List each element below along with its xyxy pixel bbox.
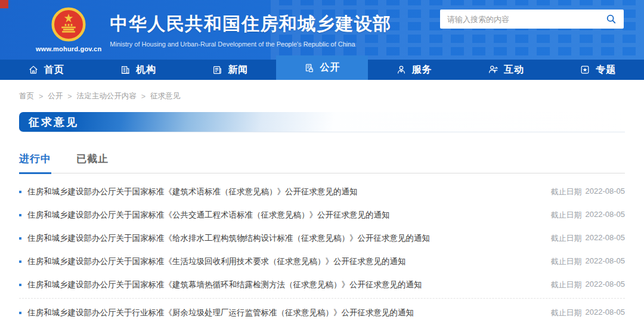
list-item[interactable]: 住房和城乡建设部办公厅关于行业标准《厨余垃圾处理厂运行监管标准（征求意见稿）》公…: [19, 301, 625, 324]
breadcrumb-separator: >: [67, 92, 72, 101]
list-item[interactable]: 住房和城乡建设部办公厅关于国家标准《建筑术语标准（征求意见稿）》公开征求意见的通…: [19, 180, 625, 203]
tab-closed[interactable]: 已截止: [76, 152, 109, 173]
deadline-date: 2022-08-05: [586, 280, 626, 290]
notice-title[interactable]: 住房和城乡建设部办公厅关于国家标准《给水排水工程构筑物结构设计标准（征求意见稿）…: [27, 233, 430, 244]
main-nav: 首页 机构 新闻 公开: [0, 60, 644, 80]
deadline-date: 2022-08-05: [586, 256, 626, 267]
site-logo[interactable]: www.mohurd.gov.cn: [36, 7, 101, 52]
bullet-icon: [19, 312, 21, 314]
notice-deadline: 截止日期 2022-08-05: [539, 256, 626, 267]
notice-title[interactable]: 住房和城乡建设部办公厅关于国家标准《公共交通工程术语标准（征求意见稿）》公开征求…: [27, 210, 390, 221]
deadline-date: 2022-08-05: [586, 308, 626, 318]
site-name-en: Ministry of Housing and Urban-Rural Deve…: [110, 41, 392, 48]
nav-item-services[interactable]: 服务: [368, 60, 460, 80]
organization-icon: [120, 64, 131, 75]
nav-label: 互动: [504, 64, 524, 76]
notice-deadline: 截止日期 2022-08-05: [539, 308, 626, 318]
interaction-icon: [488, 64, 499, 75]
corner-marker: [0, 0, 8, 8]
notice-deadline: 截止日期 2022-08-05: [539, 233, 626, 244]
nav-label: 新闻: [228, 64, 248, 76]
site-url: www.mohurd.gov.cn: [36, 45, 101, 52]
deadline-label: 截止日期: [551, 308, 582, 318]
nav-item-topics[interactable]: 专题: [552, 60, 644, 80]
notice-deadline: 截止日期 2022-08-05: [539, 187, 626, 197]
bullet-icon: [19, 260, 21, 263]
nav-label: 首页: [44, 64, 64, 76]
list-item[interactable]: 住房和城乡建设部办公厅关于国家标准《公共交通工程术语标准（征求意见稿）》公开征求…: [19, 203, 625, 226]
deadline-date: 2022-08-05: [586, 187, 626, 197]
list-item[interactable]: 住房和城乡建设部办公厅关于国家标准《生活垃圾回收利用技术要求（征求意见稿）》公开…: [19, 250, 625, 273]
topics-icon: [580, 64, 590, 75]
nav-item-news[interactable]: 新闻: [184, 60, 276, 80]
nav-item-organization[interactable]: 机构: [92, 60, 184, 80]
news-icon: [212, 64, 222, 75]
nav-item-disclosure[interactable]: 公开: [276, 55, 368, 80]
list-divider: [19, 298, 625, 299]
deadline-label: 截止日期: [551, 187, 582, 197]
bullet-icon: [19, 237, 21, 240]
breadcrumb-item-current: 征求意见: [150, 91, 180, 101]
search-input[interactable]: [447, 15, 606, 24]
breadcrumb-item-home[interactable]: 首页: [19, 91, 34, 101]
nav-label: 专题: [596, 64, 616, 76]
deadline-label: 截止日期: [551, 210, 582, 221]
notice-deadline: 截止日期 2022-08-05: [539, 210, 626, 221]
breadcrumb-separator: >: [141, 92, 145, 101]
nav-label: 服务: [412, 64, 432, 76]
list-item[interactable]: 住房和城乡建设部办公厅关于国家标准《给水排水工程构筑物结构设计标准（征求意见稿）…: [19, 226, 625, 250]
section-title-bar: 征求意见: [19, 112, 625, 132]
national-emblem-icon: [51, 7, 86, 44]
notice-title[interactable]: 住房和城乡建设部办公厅关于行业标准《厨余垃圾处理厂运行监管标准（征求意见稿）》公…: [27, 308, 414, 318]
bullet-icon: [19, 214, 21, 216]
notice-list: 住房和城乡建设部办公厅关于国家标准《建筑术语标准（征求意见稿）》公开征求意见的通…: [19, 180, 625, 324]
bullet-icon: [19, 284, 21, 286]
nav-item-home[interactable]: 首页: [0, 60, 92, 80]
page-content: 首页 > 公开 > 法定主动公开内容 > 征求意见 征求意见 进行中 已截止 住…: [0, 91, 644, 324]
disclosure-icon: [304, 63, 314, 73]
search-icon[interactable]: [606, 14, 617, 24]
site-name: 中华人民共和国住房和城乡建设部: [110, 12, 392, 36]
deadline-label: 截止日期: [551, 280, 582, 290]
nav-item-interaction[interactable]: 互动: [460, 60, 552, 80]
deadline-label: 截止日期: [551, 256, 582, 267]
services-icon: [396, 64, 407, 75]
page-title: 征求意见: [19, 115, 79, 129]
home-icon: [28, 64, 39, 75]
nav-label: 机构: [136, 64, 156, 76]
bullet-icon: [19, 191, 21, 193]
list-item[interactable]: 住房和城乡建设部办公厅关于国家标准《建筑幕墙热循环和结露检测方法（征求意见稿）》…: [19, 273, 625, 296]
notice-group-2: 住房和城乡建设部办公厅关于行业标准《厨余垃圾处理厂运行监管标准（征求意见稿）》公…: [19, 301, 625, 324]
notice-title[interactable]: 住房和城乡建设部办公厅关于国家标准《生活垃圾回收利用技术要求（征求意见稿）》公开…: [27, 256, 406, 267]
notice-title[interactable]: 住房和城乡建设部办公厅关于国家标准《建筑术语标准（征求意见稿）》公开征求意见的通…: [27, 187, 358, 197]
breadcrumb-item-statutory-disclosure[interactable]: 法定主动公开内容: [77, 91, 137, 101]
breadcrumb-item-disclosure[interactable]: 公开: [48, 91, 63, 101]
deadline-label: 截止日期: [551, 233, 582, 244]
notice-group-1: 住房和城乡建设部办公厅关于国家标准《建筑术语标准（征求意见稿）》公开征求意见的通…: [19, 180, 625, 296]
breadcrumb-separator: >: [39, 92, 43, 101]
search-box: [440, 10, 624, 29]
tab-in-progress[interactable]: 进行中: [19, 152, 51, 174]
nav-label: 公开: [320, 61, 340, 74]
deadline-date: 2022-08-05: [586, 233, 626, 244]
deadline-date: 2022-08-05: [586, 210, 626, 221]
breadcrumb: 首页 > 公开 > 法定主动公开内容 > 征求意见: [19, 91, 625, 101]
notice-title[interactable]: 住房和城乡建设部办公厅关于国家标准《建筑幕墙热循环和结露检测方法（征求意见稿）》…: [27, 280, 422, 290]
status-tabs: 进行中 已截止: [19, 152, 625, 173]
site-titles: 中华人民共和国住房和城乡建设部 Ministry of Housing and …: [110, 12, 392, 48]
site-header: www.mohurd.gov.cn 中华人民共和国住房和城乡建设部 Minist…: [0, 0, 644, 60]
notice-deadline: 截止日期 2022-08-05: [539, 280, 626, 290]
